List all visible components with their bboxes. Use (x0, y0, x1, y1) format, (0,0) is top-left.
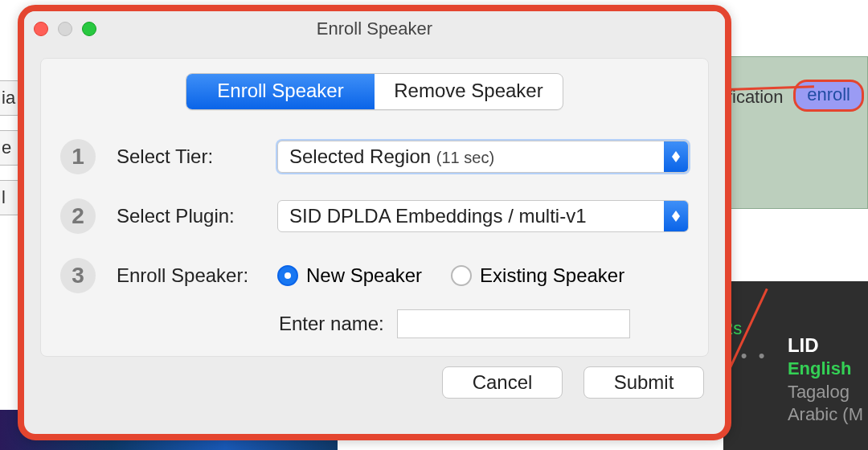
select-tier-value: Selected Region (11 sec) (278, 145, 664, 168)
enter-name-row: Enter name: (279, 309, 689, 338)
step-3-row: 3 Enroll Speaker: New Speaker Existing S… (60, 258, 689, 293)
lid-title: LID (788, 333, 863, 358)
lid-lang-tagalog: Tagalog (788, 381, 863, 404)
step-1-badge: 1 (60, 139, 96, 174)
speaker-type-radio-group: New Speaker Existing Speaker (277, 264, 624, 287)
select-plugin-value: SID DPLDA Embeddings / multi-v1 (278, 205, 664, 227)
step-3-badge: 3 (60, 258, 96, 293)
step-1-label: Select Tier: (117, 145, 277, 168)
dialog-titlebar: Enroll Speaker (24, 11, 725, 47)
step-2-badge: 2 (60, 198, 96, 234)
step-2-label: Select Plugin: (117, 205, 277, 227)
cancel-button[interactable]: Cancel (442, 366, 563, 399)
radio-existing-speaker[interactable]: Existing Speaker (451, 264, 624, 287)
bg-right-strip: ification 2s • • • LID English Tagalog A… (723, 0, 868, 450)
minimize-icon (58, 22, 72, 36)
step-2-row: 2 Select Plugin: SID DPLDA Embeddings / … (60, 198, 689, 234)
speaker-name-input[interactable] (397, 309, 630, 338)
tab-remove-speaker[interactable]: Remove Speaker (375, 74, 563, 109)
bg-green-band (723, 56, 868, 209)
close-icon[interactable] (34, 22, 48, 36)
enter-name-label: Enter name: (279, 313, 384, 335)
lid-lang-english: English (788, 358, 863, 381)
select-tier-dropdown[interactable]: Selected Region (11 sec) (277, 141, 689, 173)
lid-panel: LID English Tagalog Arabic (M (788, 333, 863, 427)
submit-button[interactable]: Submit (583, 366, 704, 399)
radio-existing-speaker-label: Existing Speaker (480, 264, 624, 287)
step-3-label: Enroll Speaker: (117, 264, 277, 287)
tab-enroll-speaker[interactable]: Enroll Speaker (186, 74, 375, 109)
zoom-icon[interactable] (82, 22, 96, 36)
lid-lang-arabic: Arabic (M (788, 403, 863, 427)
chevron-updown-icon (664, 201, 688, 231)
dialog-panel: Enroll Speaker Remove Speaker 1 Select T… (40, 58, 709, 357)
radio-new-speaker[interactable]: New Speaker (277, 264, 422, 287)
window-traffic-lights (34, 22, 96, 36)
radio-checked-icon (277, 265, 298, 286)
mode-segmented-control: Enroll Speaker Remove Speaker (186, 73, 563, 110)
dialog-footer: Cancel Submit (24, 366, 725, 405)
radio-new-speaker-label: New Speaker (306, 264, 422, 287)
chevron-updown-icon (664, 141, 688, 172)
select-plugin-dropdown[interactable]: SID DPLDA Embeddings / multi-v1 (277, 200, 689, 232)
dialog-title: Enroll Speaker (317, 18, 432, 39)
enroll-speaker-dialog: Enroll Speaker Enroll Speaker Remove Spe… (18, 5, 731, 440)
step-1-row: 1 Select Tier: Selected Region (11 sec) (60, 139, 689, 174)
radio-unchecked-icon (451, 265, 472, 286)
